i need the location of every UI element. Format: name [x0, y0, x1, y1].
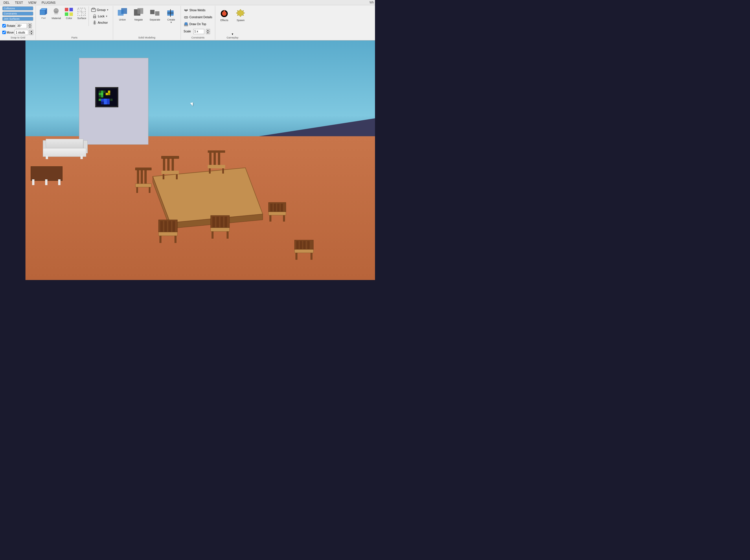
svg-rect-7 [65, 8, 68, 11]
group-dropdown-icon: ▼ [106, 9, 109, 11]
separate-button[interactable]: Separate [147, 6, 163, 22]
move-down-btn[interactable]: ▼ [29, 33, 33, 35]
svg-rect-53 [105, 93, 108, 95]
coffee-table-leg-2 [58, 179, 60, 185]
color-label: Color [66, 17, 72, 20]
rotate-row: Rotate ▲ ▼ [2, 23, 33, 28]
svg-rect-86 [209, 168, 211, 174]
svg-rect-59 [101, 102, 104, 104]
svg-rect-93 [173, 221, 175, 232]
negate-button[interactable]: Negate [131, 6, 146, 22]
constraints-section: Show Welds Constraint Details [181, 6, 216, 40]
anchor-button[interactable]: Anchor [90, 20, 110, 25]
surface-icon [77, 7, 86, 17]
lock-button[interactable]: Lock ▼ [90, 13, 110, 19]
join-surfaces-button[interactable]: Join Surfaces [2, 17, 33, 21]
sofa [43, 139, 89, 162]
rotate-up-btn[interactable]: ▲ [28, 23, 32, 26]
create-icon [166, 7, 177, 18]
color-button[interactable]: Color [63, 6, 75, 21]
color-icon [64, 7, 74, 17]
gameplay-arrow[interactable]: ▼ [231, 33, 234, 36]
menu-test[interactable]: TEST [13, 0, 25, 5]
rotate-value-input[interactable] [16, 23, 27, 28]
svg-rect-61 [107, 102, 110, 104]
separate-icon [150, 7, 160, 18]
part-icon [39, 7, 48, 17]
ribbon: Collisions Constraints Join Surfaces Rot… [0, 5, 375, 40]
svg-point-18 [94, 17, 95, 18]
move-up-btn[interactable]: ▲ [29, 30, 33, 33]
show-welds-item[interactable]: Show Welds [182, 7, 214, 13]
lock-dropdown-icon: ▼ [105, 15, 107, 18]
gameplay-label: Gameplay [226, 36, 238, 39]
svg-rect-91 [164, 221, 167, 232]
collisions-button[interactable]: Collisions [2, 6, 33, 11]
surface-button[interactable]: Surface [76, 6, 87, 21]
group-button[interactable]: Group ▼ [90, 7, 110, 13]
svg-rect-107 [274, 204, 276, 212]
union-button[interactable]: Union [115, 6, 130, 22]
svg-rect-63 [110, 99, 113, 101]
move-checkbox[interactable] [2, 31, 6, 34]
scale-row: Scale ▲ ▼ [182, 28, 214, 35]
create-button[interactable]: Create ▼ [164, 6, 179, 25]
svg-rect-92 [169, 221, 171, 232]
material-icon [52, 7, 61, 17]
svg-rect-52 [101, 95, 103, 98]
svg-rect-57 [104, 99, 107, 102]
draw-on-top-icon [184, 22, 189, 27]
svg-rect-60 [104, 102, 107, 104]
rotate-checkbox[interactable] [2, 24, 6, 27]
svg-rect-90 [160, 221, 163, 232]
effects-button[interactable]: Effects [217, 7, 232, 23]
sofa-leg-2 [80, 156, 83, 159]
svg-rect-95 [175, 236, 177, 243]
material-button[interactable]: Material [50, 6, 62, 21]
menu-view[interactable]: VIEW [26, 0, 39, 5]
svg-rect-55 [108, 93, 110, 95]
constraints-button[interactable]: Constraints [2, 12, 33, 16]
svg-point-36 [184, 17, 186, 18]
draw-on-top-item[interactable]: Draw On Top [182, 21, 214, 27]
move-value-input[interactable] [15, 30, 28, 35]
svg-rect-48 [103, 91, 105, 93]
part-button[interactable]: Part [38, 6, 49, 20]
toolbar: DEL TEST VIEW PLUGINS Wh Collisions Cons… [0, 0, 375, 40]
svg-rect-58 [107, 99, 110, 102]
spawn-button[interactable]: Spawn [233, 7, 248, 23]
show-welds-icon [184, 8, 189, 13]
menu-plugins[interactable]: PLUGINS [39, 0, 58, 5]
svg-rect-100 [220, 217, 223, 228]
constraint-details-item[interactable]: Constraint Details [182, 15, 214, 20]
svg-rect-51 [99, 95, 101, 98]
svg-rect-79 [163, 174, 164, 179]
svg-rect-47 [101, 91, 103, 93]
parts-section: Part Material [36, 6, 113, 40]
scale-up-btn[interactable]: ▲ [206, 29, 210, 32]
svg-rect-116 [303, 241, 305, 249]
scale-down-btn[interactable]: ▼ [206, 32, 210, 34]
svg-rect-50 [101, 93, 103, 95]
spawn-label: Spawn [237, 19, 245, 22]
svg-rect-27 [150, 10, 155, 14]
menu-bar: DEL TEST VIEW PLUGINS Wh [0, 0, 375, 5]
svg-rect-111 [283, 215, 285, 222]
rotate-down-btn[interactable]: ▼ [28, 26, 32, 28]
scale-label: Scale [184, 30, 191, 33]
group-label: Group [97, 8, 105, 12]
svg-rect-115 [300, 241, 302, 249]
coffee-table-top [31, 166, 62, 181]
svg-point-37 [186, 17, 188, 18]
menu-del[interactable]: DEL [1, 0, 12, 5]
scale-input[interactable] [193, 29, 204, 34]
svg-rect-24 [121, 10, 123, 14]
svg-rect-103 [226, 232, 229, 239]
svg-rect-85 [208, 165, 225, 168]
svg-point-19 [94, 21, 95, 22]
create-label: Create [167, 18, 175, 21]
artwork [95, 87, 118, 107]
svg-rect-67 [135, 168, 151, 170]
svg-marker-44 [236, 9, 245, 17]
anchor-label: Anchor [98, 21, 108, 24]
